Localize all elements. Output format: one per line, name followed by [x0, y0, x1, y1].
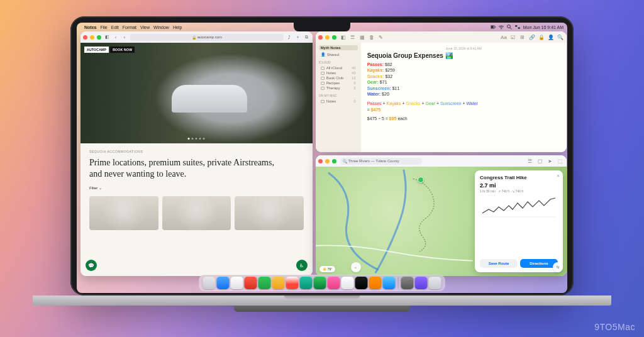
dock-app[interactable] — [369, 277, 382, 289]
list-view-icon[interactable]: ☰ — [349, 33, 357, 41]
search-icon[interactable]: 🔍 — [557, 33, 564, 41]
sidebar-icon[interactable]: ◧ — [104, 34, 110, 40]
share-icon[interactable]: ⤴ — [286, 34, 292, 40]
dock-app[interactable] — [401, 277, 414, 289]
folder-icon — [321, 82, 325, 85]
dock-app[interactable] — [203, 277, 216, 289]
filter-link[interactable]: Filter ⌄ — [89, 185, 304, 190]
accommodation-thumb[interactable] — [162, 196, 231, 230]
route-distance: 2.7 mi — [480, 182, 558, 189]
dock-app[interactable] — [383, 277, 396, 289]
lock-icon[interactable]: 🔒 — [538, 33, 545, 41]
note-editor[interactable]: June 10, 2024 at 9:41 AM Sequoia Group E… — [361, 43, 567, 152]
accessibility-fab[interactable]: ♿︎ — [296, 260, 308, 271]
dock-app[interactable] — [286, 277, 299, 289]
folder-icon — [321, 77, 325, 80]
gallery-view-icon[interactable]: ▦ — [358, 33, 366, 41]
sidebar-folder[interactable]: Therapy2 — [319, 86, 358, 91]
dock-app[interactable] — [245, 277, 257, 289]
carousel-dots[interactable] — [188, 138, 205, 140]
minimize-button[interactable] — [325, 159, 330, 163]
svg-rect-1 — [491, 26, 494, 28]
trash-icon[interactable]: 🗑 — [368, 33, 375, 41]
safari-toolbar: ◧ ‹ › 🔒 autocamp.com ⤴ ＋ ⧉ — [80, 31, 313, 43]
dock-app[interactable] — [415, 277, 428, 289]
map-mode-icon[interactable]: ▢ — [536, 157, 544, 165]
sidebar-item-selected[interactable]: Myth Notes — [319, 45, 358, 50]
trail-pin-icon[interactable] — [418, 177, 424, 183]
menu-window[interactable]: Window — [153, 25, 169, 30]
chat-fab[interactable]: 💬 — [86, 260, 97, 271]
sidebar-folder[interactable]: Book Club12 — [319, 75, 358, 80]
zoom-button[interactable] — [332, 159, 336, 163]
menu-edit[interactable]: Edit — [111, 25, 119, 30]
accommodation-thumb[interactable] — [89, 196, 158, 230]
app-menu[interactable]: Notes — [84, 25, 96, 30]
back-icon[interactable]: ‹ — [113, 34, 119, 40]
control-center-icon[interactable] — [515, 25, 520, 30]
table-icon[interactable]: ⊞ — [519, 33, 526, 41]
format-icon[interactable]: Aa — [500, 33, 508, 41]
close-button[interactable] — [318, 35, 323, 40]
maps-search-field[interactable]: 🔍 Three Rivers — Tulare County — [340, 158, 422, 165]
compass-button[interactable]: N — [553, 262, 563, 272]
url-field[interactable]: 🔒 autocamp.com — [130, 34, 284, 41]
route-title: Congress Trail Hike — [480, 175, 558, 180]
bookmarks-icon[interactable]: ☰ — [526, 157, 534, 165]
dock-app[interactable] — [272, 277, 285, 289]
accommodation-thumb[interactable] — [235, 196, 304, 230]
location-icon[interactable]: ➤ — [547, 157, 554, 165]
svg-line-5 — [510, 28, 512, 30]
sidebar-folder[interactable]: Recipes5 — [319, 80, 358, 86]
menu-file[interactable]: File — [100, 25, 107, 30]
sidebar-folder[interactable]: All iCloud46 — [319, 65, 358, 70]
directions-button[interactable]: Directions — [520, 259, 558, 268]
close-button[interactable] — [83, 35, 87, 40]
search-icon[interactable] — [507, 25, 512, 30]
dock-app[interactable] — [258, 277, 271, 289]
tabs-icon[interactable]: ⧉ — [304, 34, 310, 40]
safari-window: ◧ ‹ › 🔒 autocamp.com ⤴ ＋ ⧉ — [80, 31, 313, 276]
dock-app[interactable] — [300, 277, 313, 289]
weather-pill[interactable]: ☀️79° — [319, 266, 336, 272]
lock-icon: 🔒 — [192, 35, 196, 40]
menu-view[interactable]: View — [140, 25, 150, 30]
minimize-button[interactable] — [325, 35, 330, 40]
note-date: June 10, 2024 at 9:41 AM — [367, 47, 560, 50]
zoom-button[interactable] — [97, 35, 101, 40]
close-button[interactable] — [318, 159, 323, 163]
look-around-button[interactable]: ⌕ — [351, 262, 361, 272]
forward-icon[interactable]: › — [121, 34, 128, 40]
close-icon[interactable]: × — [557, 173, 560, 179]
wifi-icon[interactable] — [499, 25, 504, 30]
link-icon[interactable]: 🔗 — [528, 33, 536, 41]
checklist-icon[interactable]: ☑ — [509, 33, 517, 41]
menu-help[interactable]: Help — [173, 25, 182, 30]
collaborate-icon[interactable]: 👤 — [547, 33, 555, 41]
menubar-clock[interactable]: Mon Jun 10 9:41 AM — [523, 25, 564, 30]
dock — [199, 275, 445, 291]
dock-app[interactable] — [217, 277, 230, 289]
battery-icon[interactable] — [491, 25, 496, 30]
dock-app[interactable] — [231, 277, 243, 289]
person-icon: 👤 — [321, 52, 325, 57]
sidebar-toggle-icon[interactable]: ◧ — [340, 33, 347, 41]
dock-app[interactable] — [314, 277, 326, 289]
dock-app[interactable] — [355, 277, 368, 289]
save-route-button[interactable]: Save Route — [480, 259, 518, 268]
minimize-button[interactable] — [90, 35, 94, 40]
book-now-button[interactable]: BOOK NOW — [110, 47, 135, 53]
compose-icon[interactable]: ✎ — [377, 33, 385, 41]
3d-icon[interactable]: ⬚ — [557, 157, 564, 165]
dock-app[interactable] — [429, 277, 441, 289]
sidebar-folder[interactable]: Notes43 — [319, 70, 358, 75]
new-tab-icon[interactable]: ＋ — [295, 34, 301, 40]
dock-app[interactable] — [328, 277, 340, 289]
sidebar-item-shared[interactable]: 👤Shared — [319, 52, 358, 57]
dock-app[interactable] — [341, 277, 354, 289]
menu-format[interactable]: Format — [123, 25, 136, 30]
zoom-button[interactable] — [332, 35, 336, 40]
notes-toolbar: ◧ ☰ ▦ 🗑 ✎ Aa ☑ ⊞ 🔗 🔒 👤 🔍 — [316, 31, 567, 43]
map-canvas[interactable]: × Congress Trail Hike 2.7 mi 1 hr 30 min… — [316, 167, 567, 276]
sidebar-folder[interactable]: Notes0 — [319, 99, 358, 104]
